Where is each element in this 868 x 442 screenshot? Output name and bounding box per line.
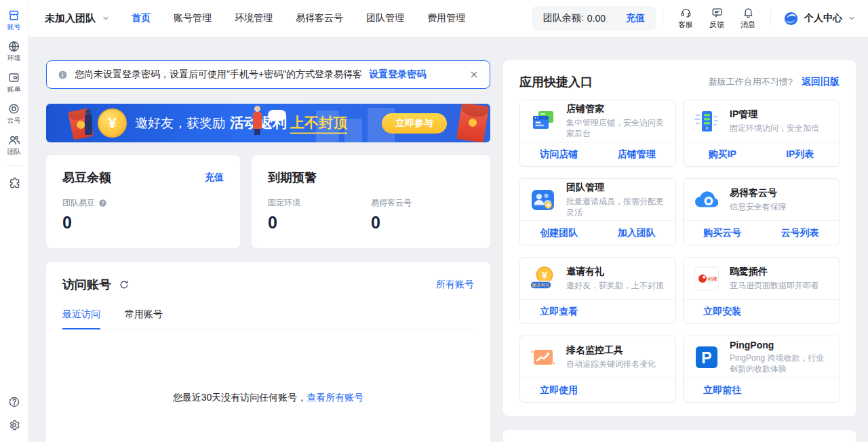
app-desc: PingPong 跨境收款，行业创新的收款体验 [730, 353, 830, 374]
app-card-rank-monitor: 排名监控工具 自动追踪关键词排名变化 立即使用 [519, 336, 676, 403]
svg-text:P: P [701, 348, 711, 366]
app-card-ip-management: IP管理 固定环境访问，安全加倍 购买IPIP列表 [683, 100, 840, 167]
red-envelope-icon [456, 104, 489, 142]
panel-hint: 新版工作台用不习惯? [709, 76, 793, 88]
app-oulu-icon: 鸥鹭 [692, 265, 721, 292]
right-column: 应用快捷入口 新版工作台用不习惯? 返回旧版 店铺管家 集中管理店铺，安全访问卖… [503, 60, 856, 442]
app-link[interactable]: IP列表 [762, 148, 840, 161]
app-link[interactable]: 店铺管理 [598, 148, 676, 161]
banner-decoration [344, 119, 362, 142]
team-selector[interactable]: 未加入团队 [45, 12, 110, 25]
app-link[interactable]: 云号列表 [762, 227, 840, 239]
notice-bar: 您尚未设置登录密码，设置后可使用"手机号+密码"的方式登录易得客 设置登录密码 [46, 60, 490, 89]
promo-banner[interactable]: ¥ 邀好友，获奖励 活动返利 上不封顶 立即参与 [46, 104, 490, 142]
help-badge-icon[interactable]: ? [98, 199, 107, 207]
stat-value: 0 [62, 213, 165, 233]
puzzle-icon [7, 176, 20, 189]
app-gift-icon: ¥邀请有礼 [529, 265, 557, 292]
app-link[interactable]: 立即查看 [520, 306, 598, 318]
app-link[interactable]: 访问店铺 [520, 148, 598, 161]
nav-team-management[interactable]: 团队管理 [366, 12, 404, 24]
notice-close-button[interactable] [469, 70, 479, 79]
app-shop-icon [529, 108, 557, 135]
app-name: 店铺管家 [566, 103, 667, 115]
app-desc: 亚马逊页面数据即开即看 [730, 280, 819, 291]
app-link[interactable]: 立即前往 [684, 384, 762, 397]
app-name: 鸥鹭插件 [730, 266, 819, 278]
sidebar-item-account[interactable]: 账号 [7, 9, 21, 31]
brand-logo-icon [783, 11, 799, 26]
separator [663, 9, 663, 27]
tab-recent[interactable]: 最近访问 [62, 308, 100, 329]
app-link[interactable]: 加入团队 [598, 227, 676, 239]
bell-icon [743, 7, 754, 18]
visit-accounts-card: 访问账号 所有账号 最近访问常用账号 您最近30天没有访问任何账号，查看所有账号 [46, 262, 490, 442]
stat-value: 0 [371, 213, 474, 233]
settings-button[interactable] [8, 419, 20, 431]
feedback-icon [711, 7, 723, 18]
app-link[interactable]: 立即使用 [520, 384, 598, 397]
help-button[interactable] [8, 396, 20, 408]
app-desc: 邀好友，获奖励，上不封顶 [566, 280, 664, 291]
app-link[interactable]: 立即安装 [684, 306, 762, 318]
app-name: PingPong [730, 340, 830, 350]
view-all-accounts-link[interactable]: 查看所有账号 [307, 392, 363, 403]
app-desc: 集中管理店铺，安全访问卖家后台 [566, 117, 667, 139]
sidebar-item-team[interactable]: 团队 [7, 134, 21, 155]
refresh-icon[interactable] [119, 279, 130, 290]
topbar: 未加入团队 首页账号管理环境管理易得客云号团队管理费用管理 团队余额: 0.00… [28, 0, 868, 37]
headset-icon [680, 7, 692, 18]
team-balance-label: 团队余额: [543, 12, 584, 24]
nav-account-management[interactable]: 账号管理 [174, 12, 212, 24]
nav-expense-management[interactable]: 费用管理 [427, 12, 465, 24]
accounts-tabs: 最近访问常用账号 [62, 308, 474, 329]
sidebar-item-billing[interactable]: 账单 [7, 71, 21, 93]
card-title: 到期预警 [268, 169, 317, 186]
stat-item: 固定环境 0 [268, 197, 371, 233]
content: 您尚未设置登录密码，设置后可使用"手机号+密码"的方式登录易得客 设置登录密码 … [28, 37, 868, 442]
nav-home[interactable]: 首页 [132, 12, 151, 24]
speech-bubble-icon [268, 110, 286, 121]
stat-value: 0 [268, 213, 371, 233]
sidebar-item-environment[interactable]: 环境 [7, 40, 21, 62]
plugin-entry[interactable] [7, 176, 20, 189]
apps-panel: 应用快捷入口 新版工作台用不习惯? 返回旧版 店铺管家 集中管理店铺，安全访问卖… [503, 60, 856, 416]
action-feedback[interactable]: 反馈 [701, 7, 732, 30]
app-card-invite-reward: ¥邀请有礼 邀请有礼 邀好友，获奖励，上不封顶 立即查看 [519, 257, 676, 324]
expiry-warning-card: 到期预警 固定环境 0 易得客云号 0 [252, 155, 490, 248]
app-card-pingpong: P PingPong PingPong 跨境收款，行业创新的收款体验 立即前往 [683, 336, 840, 403]
sidebar-item-cloud-number[interactable]: 云号 [7, 102, 21, 124]
profile-label: 个人中心 [804, 12, 842, 24]
app-link[interactable]: 购买云号 [684, 227, 762, 239]
card-title: 易豆余额 [62, 169, 111, 186]
app-link[interactable]: 购买IP [684, 148, 762, 161]
storefront-icon [7, 9, 20, 22]
sidebar-items: 账号 环境 账单 云号 团队 [7, 9, 21, 165]
action-messages[interactable]: 消息 [732, 7, 764, 30]
empty-state: 您最近30天没有访问任何账号，查看所有账号 [62, 392, 474, 404]
app-card-yideke-cloud: 易得客云号 信息安全有保障 购买云号云号列表 [683, 178, 840, 245]
app-link[interactable]: 创建团队 [520, 227, 598, 239]
sidebar: 账号 环境 账单 云号 团队 [0, 0, 28, 442]
app-desc: 信息安全有保障 [730, 201, 787, 212]
stat-cards-row: 易豆余额 充值 团队易豆 ? 0 [46, 155, 490, 248]
info-icon [58, 70, 68, 80]
set-password-link[interactable]: 设置登录密码 [369, 68, 426, 81]
svg-text:鸥鹭: 鸥鹭 [708, 276, 717, 281]
topbar-right: 团队余额: 0.00 充值 客服 反馈 消息 个人中心 [532, 6, 856, 31]
all-accounts-link[interactable]: 所有账号 [436, 279, 474, 291]
recharge-link[interactable]: 充值 [205, 172, 224, 184]
recharge-link[interactable]: 充值 [626, 12, 645, 24]
profile-menu[interactable]: 个人中心 [783, 11, 856, 26]
join-now-button[interactable]: 立即参与 [382, 113, 447, 134]
team-balance-box: 团队余额: 0.00 充值 [532, 6, 656, 31]
app-team-icon [529, 186, 557, 214]
nav-yideke-cloud-number[interactable]: 易得客云号 [296, 12, 343, 24]
team-icon [7, 134, 20, 146]
back-to-old-link[interactable]: 返回旧版 [802, 76, 840, 88]
nav-environment-management[interactable]: 环境管理 [235, 12, 273, 24]
action-customer-service[interactable]: 客服 [670, 7, 701, 30]
tab-frequent[interactable]: 常用账号 [125, 308, 163, 329]
disc-icon [7, 102, 20, 115]
card-title: 访问账号 [62, 277, 111, 293]
